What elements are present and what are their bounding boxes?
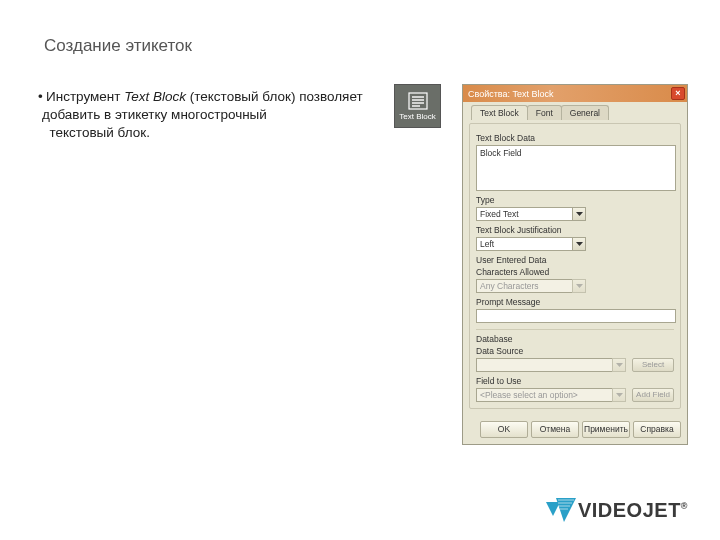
svg-marker-7 <box>576 284 583 288</box>
add-field-button: Add Field <box>632 388 674 402</box>
svg-marker-8 <box>616 363 623 367</box>
data-source-value <box>476 358 612 372</box>
select-button: Select <box>632 358 674 372</box>
cancel-button[interactable]: Отмена <box>531 421 579 438</box>
chevron-down-icon <box>572 279 586 293</box>
tab-text-block[interactable]: Text Block <box>471 105 528 120</box>
svg-marker-11 <box>556 498 576 522</box>
label-database: Database <box>476 334 674 344</box>
page-title: Создание этикеток <box>44 36 192 56</box>
label-chars-allowed: Characters Allowed <box>476 267 674 277</box>
svg-marker-5 <box>576 212 583 216</box>
label-data-source: Data Source <box>476 346 674 356</box>
type-dropdown-value: Fixed Text <box>476 207 572 221</box>
tab-general[interactable]: General <box>561 105 609 120</box>
chevron-down-icon <box>612 358 626 372</box>
text-lines-icon <box>408 92 428 110</box>
apply-button[interactable]: Применить <box>582 421 630 438</box>
label-prompt-message: Prompt Message <box>476 297 674 307</box>
properties-dialog: Свойства: Text Block × Text Block Font G… <box>462 84 688 445</box>
field-to-use-dropdown: <Please select an option> <box>476 388 626 402</box>
label-user-entered: User Entered Data <box>476 255 674 265</box>
field-to-use-value: <Please select an option> <box>476 388 612 402</box>
ok-button[interactable]: OK <box>480 421 528 438</box>
close-button[interactable]: × <box>671 87 685 100</box>
tab-panel-text-block: Text Block Data Block Field Type Fixed T… <box>469 123 681 409</box>
label-justification: Text Block Justification <box>476 225 674 235</box>
dialog-button-bar: OK Отмена Применить Справка <box>463 415 687 444</box>
divider <box>476 329 674 330</box>
svg-marker-6 <box>576 242 583 246</box>
text-block-tool-icon[interactable]: Text Block <box>394 84 441 128</box>
label-text-block-data: Text Block Data <box>476 133 674 143</box>
chars-allowed-dropdown: Any Characters <box>476 279 586 293</box>
data-source-dropdown <box>476 358 626 372</box>
text-block-data-input[interactable]: Block Field <box>476 145 676 191</box>
chars-allowed-value: Any Characters <box>476 279 572 293</box>
chevron-down-icon <box>572 207 586 221</box>
logo-mark-icon <box>546 498 576 522</box>
type-dropdown[interactable]: Fixed Text <box>476 207 586 221</box>
description-text: • Инструмент Text Block (текстовый блок)… <box>42 88 402 143</box>
svg-marker-10 <box>546 502 560 516</box>
logo-text: VIDEOJET® <box>578 499 688 522</box>
justification-dropdown[interactable]: Left <box>476 237 586 251</box>
label-field-to-use: Field to Use <box>476 376 674 386</box>
prompt-message-input[interactable] <box>476 309 676 323</box>
svg-marker-9 <box>616 393 623 397</box>
bullet-icon: • <box>38 88 43 106</box>
chevron-down-icon <box>572 237 586 251</box>
close-icon: × <box>675 89 680 98</box>
dialog-title: Свойства: Text Block <box>468 89 554 99</box>
titlebar[interactable]: Свойства: Text Block × <box>463 85 687 102</box>
tab-font[interactable]: Font <box>527 105 562 120</box>
help-button[interactable]: Справка <box>633 421 681 438</box>
videojet-logo: VIDEOJET® <box>546 498 688 522</box>
justification-dropdown-value: Left <box>476 237 572 251</box>
chevron-down-icon <box>612 388 626 402</box>
text-block-tool-label: Text Block <box>399 112 435 121</box>
tabs: Text Block Font General <box>471 105 681 120</box>
label-type: Type <box>476 195 674 205</box>
